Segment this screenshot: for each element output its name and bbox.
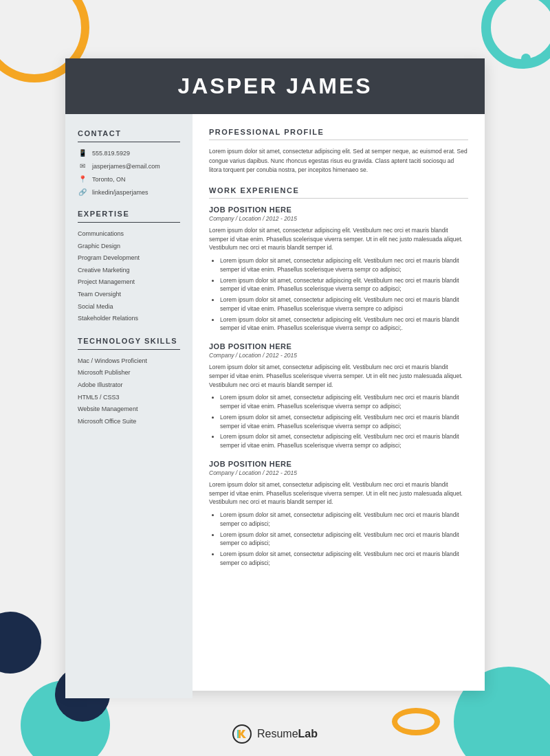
tech-item: Adobe Illustrator bbox=[78, 381, 180, 390]
resume-sidebar: CONTACT 📱 555.819.5929 ✉ jasperjames@ema… bbox=[65, 114, 192, 698]
tech-section: TECHNOLOGY SKILLS Mac / Windows Proficie… bbox=[78, 337, 180, 426]
bullet-item: Lorem ipsum dolor sit amet, consectetur … bbox=[220, 432, 468, 450]
tech-item: Mac / Windows Proficient bbox=[78, 357, 180, 366]
job-bullets-1: Lorem ipsum dolor sit amet, consectetur … bbox=[209, 256, 468, 333]
expertise-item: Stakeholder Relations bbox=[78, 314, 180, 323]
job-company-2: Company / Location / 2012 - 2015 bbox=[209, 352, 468, 359]
job-title-1: JOB POSITION HERE bbox=[209, 205, 468, 214]
expertise-item: Creative Marketing bbox=[78, 266, 180, 275]
applicant-name: JASPER JAMES bbox=[86, 74, 464, 99]
job-desc-2: Lorem ipsum dolor sit amet, consectetur … bbox=[209, 363, 468, 389]
expertise-item: Communications bbox=[78, 230, 180, 238]
branding-text: ResumeLab bbox=[257, 728, 318, 740]
job-desc-3: Lorem ipsum dolor sit amet, consectetur … bbox=[209, 480, 468, 507]
job-company-1: Company / Location / 2012 - 2015 bbox=[209, 215, 468, 222]
contact-location: 📍 Toronto, ON bbox=[78, 175, 180, 183]
phone-icon: 📱 bbox=[78, 149, 87, 157]
decoration-teal-dot bbox=[521, 54, 531, 63]
contact-divider bbox=[78, 142, 180, 142]
job-bullets-2: Lorem ipsum dolor sit amet, consectetur … bbox=[209, 393, 468, 450]
work-experience-section: WORK EXPERIENCE JOB POSITION HERE Compan… bbox=[209, 186, 468, 568]
work-divider bbox=[209, 198, 468, 199]
decoration-navy-circle-left bbox=[0, 612, 41, 674]
contact-phone: 📱 555.819.5929 bbox=[78, 149, 180, 157]
bullet-item: Lorem ipsum dolor sit amet, consectetur … bbox=[220, 296, 468, 313]
resume-header: JASPER JAMES bbox=[65, 58, 485, 114]
expertise-item: Graphic Design bbox=[78, 242, 180, 251]
location-icon: 📍 bbox=[78, 175, 87, 183]
resume-document: JASPER JAMES CONTACT 📱 555.819.5929 ✉ ja… bbox=[65, 58, 485, 691]
job-bullets-3: Lorem ipsum dolor sit amet, consectetur … bbox=[209, 511, 468, 568]
job-title-2: JOB POSITION HERE bbox=[209, 342, 468, 351]
location-text: Toronto, ON bbox=[92, 176, 126, 183]
bullet-item: Lorem ipsum dolor sit amet, consectetur … bbox=[220, 511, 468, 529]
expertise-title: EXPERTISE bbox=[78, 210, 180, 218]
bullet-item: Lorem ipsum dolor sit amet, consectetur … bbox=[220, 413, 468, 431]
profile-section-title: PROFESSIONAL PROFILE bbox=[209, 128, 468, 136]
bullet-item: Lorem ipsum dolor sit amet, consectetur … bbox=[220, 393, 468, 411]
job-title-3: JOB POSITION HERE bbox=[209, 460, 468, 468]
bullet-item: Lorem ipsum dolor sit amet, consectetur … bbox=[220, 531, 468, 548]
expertise-item: Team Oversight bbox=[78, 290, 180, 299]
email-icon: ✉ bbox=[78, 162, 87, 170]
job-company-3: Company / Location / 2012 - 2015 bbox=[209, 469, 468, 476]
tech-item: Website Management bbox=[78, 405, 180, 414]
expertise-item: Social Media bbox=[78, 302, 180, 311]
profile-divider bbox=[209, 140, 468, 140]
contact-email: ✉ jasperjames@email.com bbox=[78, 162, 180, 170]
email-text: jasperjames@email.com bbox=[92, 163, 160, 170]
main-content: PROFESSIONAL PROFILE Lorem ipsum dolor s… bbox=[192, 114, 485, 698]
tech-divider bbox=[78, 349, 180, 350]
phone-text: 555.819.5929 bbox=[92, 150, 130, 157]
decoration-orange-oval-bottom bbox=[392, 708, 440, 735]
tech-item: HTML5 / CSS3 bbox=[78, 393, 180, 402]
linkedin-icon: 🔗 bbox=[78, 188, 87, 196]
expertise-section: EXPERTISE Communications Graphic Design … bbox=[78, 210, 180, 323]
expertise-item: Program Development bbox=[78, 254, 180, 263]
resumelab-logo-icon bbox=[232, 724, 252, 744]
bullet-item: Lorem ipsum dolor sit amet, consectetur … bbox=[220, 550, 468, 568]
bullet-item: Lorem ipsum dolor sit amet, consectetur … bbox=[220, 256, 468, 274]
resume-body: CONTACT 📱 555.819.5929 ✉ jasperjames@ema… bbox=[65, 114, 485, 698]
contact-section: CONTACT 📱 555.819.5929 ✉ jasperjames@ema… bbox=[78, 129, 180, 196]
tech-title: TECHNOLOGY SKILLS bbox=[78, 337, 180, 345]
job-desc-1: Lorem ipsum dolor sit amet, consectetur … bbox=[209, 226, 468, 252]
branding-footer: ResumeLab bbox=[232, 724, 318, 744]
linkedin-text: linkedin/jasperjames bbox=[92, 189, 148, 196]
bullet-item: Lorem ipsum dolor sit amet, consectetur … bbox=[220, 315, 468, 333]
tech-item: Microsoft Office Suite bbox=[78, 417, 180, 426]
bullet-item: Lorem ipsum dolor sit amet, consectetur … bbox=[220, 276, 468, 294]
profile-text: Lorem ipsum dolor sit amet, consectetur … bbox=[209, 147, 468, 175]
expertise-divider bbox=[78, 222, 180, 223]
work-section-title: WORK EXPERIENCE bbox=[209, 186, 468, 194]
expertise-item: Project Management bbox=[78, 278, 180, 287]
tech-item: Microsoft Publisher bbox=[78, 368, 180, 377]
contact-linkedin: 🔗 linkedin/jasperjames bbox=[78, 188, 180, 196]
contact-title: CONTACT bbox=[78, 129, 180, 137]
decoration-teal-circle-top bbox=[481, 0, 550, 69]
